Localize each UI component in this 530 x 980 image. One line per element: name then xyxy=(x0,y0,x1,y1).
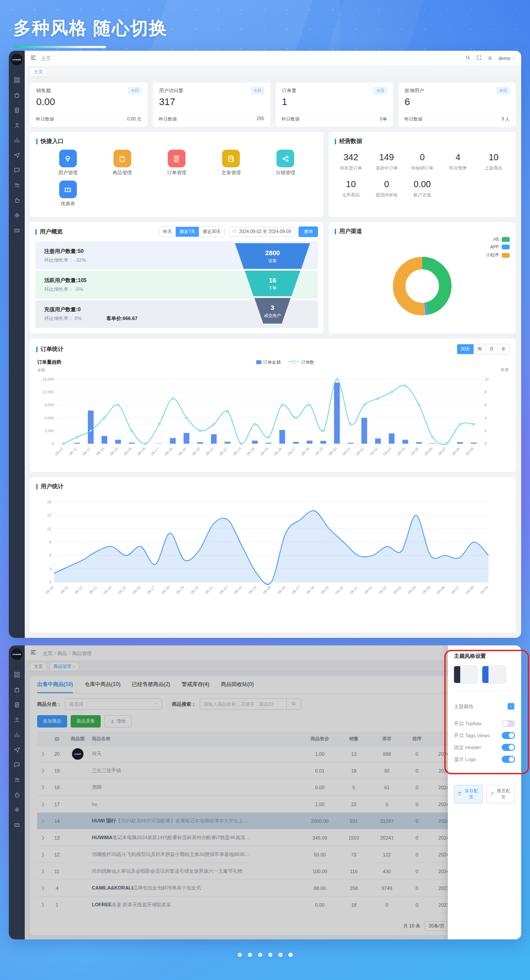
date-range-picker[interactable]: 2024-09-02 至 2024-09-09 xyxy=(228,227,295,237)
title-underline xyxy=(15,46,106,48)
stat-card: 订单量今日1昨日数据0单 xyxy=(276,83,393,127)
save-config-button[interactable]: 保存配置 xyxy=(454,785,483,803)
carousel-dot-5[interactable] xyxy=(278,953,283,957)
svg-text:08-21: 08-21 xyxy=(204,585,214,595)
toggle-显示 Logo[interactable] xyxy=(502,756,515,763)
fullscreen-icon[interactable] xyxy=(476,54,482,62)
menu-user-icon[interactable] xyxy=(10,117,23,132)
menu-gear-icon[interactable] xyxy=(10,802,23,817)
quick-entry-优惠券[interactable]: 优惠券 xyxy=(41,181,95,207)
search-icon[interactable] xyxy=(465,54,471,62)
drawer-mask[interactable] xyxy=(25,645,521,939)
menu-like-icon[interactable] xyxy=(10,192,23,207)
legend-item-APP[interactable]: APP xyxy=(490,245,510,249)
svg-text:12,000: 12,000 xyxy=(42,390,54,394)
svg-text:08-15: 08-15 xyxy=(122,446,132,456)
share-icon xyxy=(276,150,294,167)
setting-label: 固定 Header xyxy=(454,744,481,751)
theme-color-picker[interactable] xyxy=(507,702,515,710)
menu-chat-icon[interactable] xyxy=(10,162,23,177)
menu-plane-icon[interactable] xyxy=(10,742,23,757)
app-logo[interactable]: crmeb xyxy=(11,54,23,65)
menu-bag-icon[interactable] xyxy=(10,682,23,697)
quick-entry-label: 优惠券 xyxy=(61,200,75,207)
menu-users-icon[interactable] xyxy=(10,177,23,192)
carousel-dot-3[interactable] xyxy=(258,953,262,957)
legend-item-H5[interactable]: H5 xyxy=(493,237,510,242)
carousel-dot-1[interactable] xyxy=(238,953,242,957)
section-title: 用户统计 xyxy=(36,482,64,490)
quick-entry-文章管理[interactable]: 文章管理 xyxy=(204,150,258,176)
menu-user-icon[interactable] xyxy=(10,712,23,727)
toggle-开启 TopNav[interactable] xyxy=(502,720,515,727)
menu-grid-icon[interactable] xyxy=(10,72,23,87)
svg-text:08-19: 08-19 xyxy=(175,585,185,595)
svg-text:08-23: 08-23 xyxy=(232,446,242,456)
quick-entry-用户管理[interactable]: 用户管理 xyxy=(41,150,95,176)
svg-text:08-29: 08-29 xyxy=(320,585,330,595)
svg-text:08-17: 08-17 xyxy=(150,446,160,456)
menu-chart-icon[interactable] xyxy=(10,132,23,147)
user-menu[interactable]: demo xyxy=(498,56,516,61)
menu-clipboard-icon[interactable] xyxy=(10,697,23,712)
range-tab-昨天[interactable]: 昨天 xyxy=(159,227,175,237)
yesterday-value: 295 xyxy=(257,116,264,122)
notification-bell-icon[interactable] xyxy=(487,54,493,62)
order-range-tab-月[interactable]: 月 xyxy=(485,344,497,354)
legend-item-小程序[interactable]: 小程序 xyxy=(486,252,510,258)
app-logo[interactable]: crmeb xyxy=(11,648,23,660)
menu-ticket-icon[interactable] xyxy=(10,222,23,237)
business-metric: 0.00账户充值 xyxy=(405,179,440,198)
svg-text:08-12: 08-12 xyxy=(74,585,84,595)
quick-entry-商品管理[interactable]: 商品管理 xyxy=(95,150,149,176)
svg-text:08-19: 08-19 xyxy=(177,446,187,456)
stat-cards-row: 销售额今日0.00昨日数据0.00 元用户访问量今日317昨日数据295订单量今… xyxy=(30,83,516,127)
menu-chat-icon[interactable] xyxy=(10,757,23,772)
range-tab-最近30天[interactable]: 最近30天 xyxy=(199,227,224,237)
carousel-dot-6[interactable] xyxy=(288,953,293,957)
quick-entry-label: 订单管理 xyxy=(167,170,186,176)
svg-text:08-31: 08-31 xyxy=(349,585,359,595)
menu-bag-icon[interactable] xyxy=(10,87,23,102)
menu-gear-icon[interactable] xyxy=(10,207,23,222)
query-button[interactable]: 查询 xyxy=(299,226,318,237)
reset-config-button[interactable]: 重置配置 xyxy=(486,785,515,803)
svg-text:09-02: 09-02 xyxy=(369,446,379,456)
today-badge: 今日 xyxy=(374,87,387,94)
svg-text:2: 2 xyxy=(485,429,487,433)
order-range-tab-年[interactable]: 年 xyxy=(497,344,509,354)
quick-entry-订单管理[interactable]: 订单管理 xyxy=(149,150,204,176)
collapse-menu-icon[interactable] xyxy=(30,54,37,63)
order-range-tab-周[interactable]: 周 xyxy=(473,344,485,354)
setting-label: 开启 Tags-Views xyxy=(454,732,490,739)
carousel-dot-2[interactable] xyxy=(248,953,252,957)
quick-entry-label: 文章管理 xyxy=(221,170,241,176)
quick-entry-分销管理[interactable]: 分销管理 xyxy=(258,150,313,176)
business-data-card: 经营数据 342待发货订单149退款中订单0待核销订单4库存预警10上架商品10… xyxy=(329,132,516,217)
stat-card: 用户访问量今日317昨日数据295 xyxy=(153,83,270,127)
legend-color-chip xyxy=(502,237,510,242)
breadcrumb[interactable]: 主页 xyxy=(41,55,51,62)
menu-like-icon[interactable] xyxy=(10,787,23,802)
sidebar: crmeb xyxy=(9,51,25,638)
menu-users-icon[interactable] xyxy=(10,772,23,787)
toggle-开启 Tags-Views[interactable] xyxy=(502,732,515,739)
order-range-tab-30天[interactable]: 30天 xyxy=(457,344,473,354)
menu-plane-icon[interactable] xyxy=(10,147,23,162)
svg-text:0: 0 xyxy=(52,441,54,446)
range-tab-最近7天[interactable]: 最近7天 xyxy=(175,227,199,237)
menu-ticket-icon[interactable] xyxy=(10,817,23,832)
svg-text:08-16: 08-16 xyxy=(132,585,142,595)
legend-color-chip xyxy=(502,253,510,258)
menu-grid-icon[interactable] xyxy=(10,667,23,682)
legend-item-amount[interactable]: 订单金额 xyxy=(256,359,281,366)
tag-home[interactable]: 主页 xyxy=(30,68,47,76)
menu-chart-icon[interactable] xyxy=(10,727,23,742)
layout-thumb-blue-sidebar[interactable] xyxy=(482,666,505,683)
layout-thumb-dark-sidebar[interactable] xyxy=(454,666,477,683)
toggle-固定 Header[interactable] xyxy=(502,744,515,751)
menu-clipboard-icon[interactable] xyxy=(10,102,23,117)
carousel-dot-4[interactable] xyxy=(268,953,273,957)
ticket-icon xyxy=(59,181,77,198)
legend-item-count[interactable]: 订单数 xyxy=(288,359,314,366)
